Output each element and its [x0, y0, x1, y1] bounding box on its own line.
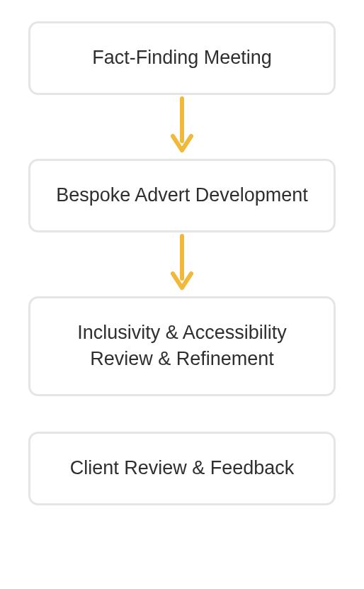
- flow-step-label: Fact-Finding Meeting: [92, 47, 272, 68]
- flow-arrow: [169, 232, 195, 296]
- flow-step: Client Review & Feedback: [28, 432, 336, 505]
- flow-step-label: Bespoke Advert Development: [56, 184, 308, 206]
- flow-step-label: Client Review & Feedback: [70, 457, 295, 478]
- flow-step: Bespoke Advert Development: [28, 159, 336, 232]
- flow-step: Fact-Finding Meeting: [28, 21, 336, 95]
- flow-arrow: [169, 95, 195, 159]
- flow-step-label: Inclusivity & Accessibility Review & Ref…: [77, 322, 287, 370]
- flow-step: Inclusivity & Accessibility Review & Ref…: [28, 296, 336, 397]
- arrow-down-icon: [169, 232, 195, 296]
- arrow-down-icon: [169, 95, 195, 159]
